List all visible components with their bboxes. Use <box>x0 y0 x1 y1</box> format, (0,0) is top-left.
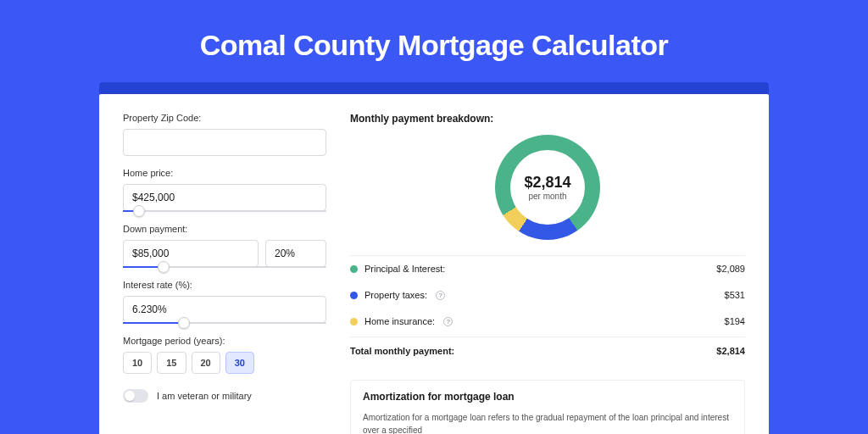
legend-label: Home insurance: <box>364 316 435 326</box>
veteran-row: I am veteran or military <box>123 389 326 403</box>
period-option-20[interactable]: 20 <box>192 352 220 374</box>
legend-value: $2,089 <box>716 264 745 274</box>
interest-slider[interactable] <box>123 322 326 324</box>
interest-label: Interest rate (%): <box>123 280 326 290</box>
legend-total-row: Total monthly payment: $2,814 <box>350 337 745 364</box>
legend-label: Principal & Interest: <box>364 264 445 274</box>
interest-input[interactable] <box>123 296 326 323</box>
amortization-text: Amortization for a mortgage loan refers … <box>363 411 732 434</box>
legend-label: Property taxes: <box>364 290 427 300</box>
home-price-slider-thumb[interactable] <box>133 205 145 217</box>
breakdown-title: Monthly payment breakdown: <box>350 113 745 125</box>
legend-row: Home insurance:?$194 <box>350 309 745 335</box>
calculator-panel: Property Zip Code: Home price: Down paym… <box>99 94 769 434</box>
form-column: Property Zip Code: Home price: Down paym… <box>123 113 326 434</box>
donut-chart-wrap: $2,814 per month <box>350 135 745 240</box>
donut-chart: $2,814 per month <box>495 135 600 240</box>
veteran-label: I am veteran or military <box>157 391 252 401</box>
donut-value: $2,814 <box>524 174 570 192</box>
legend-left: Home insurance:? <box>350 316 453 326</box>
legend-dot <box>350 265 358 273</box>
legend-value: $531 <box>725 290 745 300</box>
legend-total-value: $2,814 <box>716 346 745 356</box>
veteran-toggle[interactable] <box>123 389 148 403</box>
amortization-title: Amortization for mortgage loan <box>363 391 732 403</box>
calculator-frame: Property Zip Code: Home price: Down paym… <box>99 82 769 434</box>
donut-sub: per month <box>528 192 566 201</box>
breakdown-column: Monthly payment breakdown: $2,814 per mo… <box>350 113 745 434</box>
info-icon[interactable]: ? <box>436 291 445 300</box>
period-option-30[interactable]: 30 <box>225 352 254 374</box>
legend-dot <box>350 292 358 299</box>
down-payment-group: Down payment: <box>123 224 326 268</box>
amortization-panel: Amortization for mortgage loan Amortizat… <box>350 380 745 434</box>
period-label: Mortgage period (years): <box>123 336 326 346</box>
legend-row: Property taxes:?$531 <box>350 282 745 309</box>
period-options: 10152030 <box>123 352 326 374</box>
down-payment-pct-input[interactable] <box>265 240 326 267</box>
home-price-label: Home price: <box>123 168 326 178</box>
interest-slider-fill <box>123 322 184 324</box>
legend-value: $194 <box>725 316 745 326</box>
zip-label: Property Zip Code: <box>123 113 326 123</box>
down-payment-slider[interactable] <box>123 266 326 268</box>
legend: Principal & Interest:$2,089Property taxe… <box>350 255 745 335</box>
period-option-10[interactable]: 10 <box>123 352 152 374</box>
donut-center: $2,814 per month <box>495 135 600 240</box>
legend-dot <box>350 318 358 326</box>
home-price-input[interactable] <box>123 184 326 211</box>
zip-group: Property Zip Code: <box>123 113 326 156</box>
down-payment-slider-thumb[interactable] <box>158 261 170 273</box>
down-payment-label: Down payment: <box>123 224 326 234</box>
info-icon[interactable]: ? <box>443 317 453 326</box>
page-title: Comal County Mortgage Calculator <box>0 0 868 82</box>
home-price-slider[interactable] <box>123 210 326 212</box>
home-price-group: Home price: <box>123 168 326 212</box>
legend-left: Property taxes:? <box>350 290 445 300</box>
legend-total-label: Total monthly payment: <box>350 346 454 356</box>
interest-group: Interest rate (%): <box>123 280 326 324</box>
zip-input[interactable] <box>123 129 326 156</box>
down-payment-input[interactable] <box>123 240 259 267</box>
interest-slider-thumb[interactable] <box>178 317 190 329</box>
period-group: Mortgage period (years): 10152030 <box>123 336 326 374</box>
legend-left: Principal & Interest: <box>350 264 445 274</box>
legend-row: Principal & Interest:$2,089 <box>350 256 745 282</box>
period-option-15[interactable]: 15 <box>157 352 186 374</box>
